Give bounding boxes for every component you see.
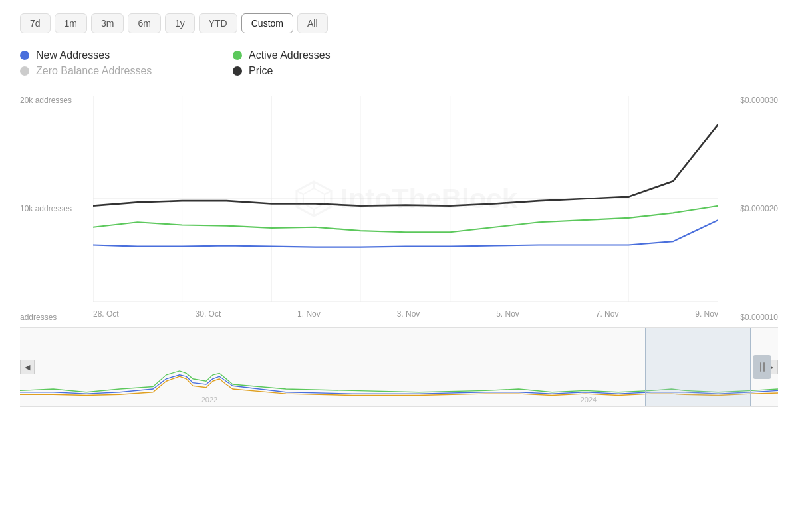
chart-legend: New AddressesActive AddressesZero Balanc… (20, 49, 419, 77)
handle-line-1 (760, 362, 761, 372)
svg-rect-19 (20, 328, 778, 406)
y-left-mid: 10k addresses (20, 204, 93, 213)
legend-dot-active-addresses (233, 51, 242, 60)
y-right-bot: $0.000010 (740, 313, 778, 322)
time-filter-3m[interactable]: 3m (91, 13, 124, 33)
x-label-0: 28. Oct (93, 309, 119, 319)
navigator-svg-wrapper (20, 328, 778, 406)
time-filter-1m[interactable]: 1m (55, 13, 87, 33)
x-label-1: 30. Oct (196, 309, 221, 319)
navigator-handle[interactable] (753, 355, 771, 379)
x-axis: 28. Oct30. Oct1. Nov3. Nov5. Nov7. Nov9.… (93, 306, 718, 322)
legend-label-new-addresses: New Addresses (36, 49, 110, 61)
y-right-top: $0.000030 (740, 96, 778, 105)
y-axis-left: 20k addresses 10k addresses addresses (20, 96, 93, 322)
time-filter-ytd[interactable]: YTD (199, 13, 237, 33)
legend-dot-new-addresses (20, 51, 29, 60)
legend-dot-price (233, 66, 242, 76)
y-left-top: 20k addresses (20, 96, 93, 105)
chart-svg (93, 96, 718, 302)
main-chart-area: 20k addresses 10k addresses addresses $0… (20, 96, 778, 322)
chart-svg-container: IntoTheBlock (93, 96, 718, 302)
time-filter-all[interactable]: All (297, 13, 328, 33)
time-filter-custom[interactable]: Custom (241, 13, 293, 33)
x-label-4: 5. Nov (496, 309, 519, 319)
legend-item-active-addresses: Active Addresses (233, 49, 419, 61)
time-filter-6m[interactable]: 6m (128, 13, 160, 33)
legend-item-zero-balance: Zero Balance Addresses (20, 65, 206, 77)
y-left-bot: addresses (20, 313, 93, 322)
handle-line-2 (763, 362, 765, 372)
x-label-2: 1. Nov (297, 309, 321, 319)
navigator-handle-lines (760, 362, 765, 372)
y-axis-right: $0.000030 $0.000020 $0.000010 (718, 96, 778, 322)
navigator-svg (20, 328, 778, 406)
legend-dot-zero-balance (20, 66, 29, 76)
main-container: 7d1m3m6m1yYTDCustomAll New AddressesActi… (0, 0, 798, 532)
legend-item-new-addresses: New Addresses (20, 49, 206, 61)
legend-item-price: Price (233, 65, 419, 77)
time-filter-bar: 7d1m3m6m1yYTDCustomAll (20, 13, 778, 33)
x-label-6: 9. Nov (695, 309, 718, 319)
nav-scroll-left-button[interactable]: ◀ (20, 360, 35, 374)
navigator-area: ◀ ▶ 2022 2024 (20, 327, 778, 407)
y-right-mid: $0.000020 (740, 204, 778, 213)
time-filter-1y[interactable]: 1y (165, 13, 195, 33)
x-label-3: 3. Nov (397, 309, 420, 319)
legend-label-active-addresses: Active Addresses (249, 49, 331, 61)
legend-label-zero-balance: Zero Balance Addresses (36, 65, 152, 77)
legend-label-price: Price (249, 65, 273, 77)
time-filter-7d[interactable]: 7d (20, 13, 51, 33)
x-label-5: 7. Nov (596, 309, 619, 319)
